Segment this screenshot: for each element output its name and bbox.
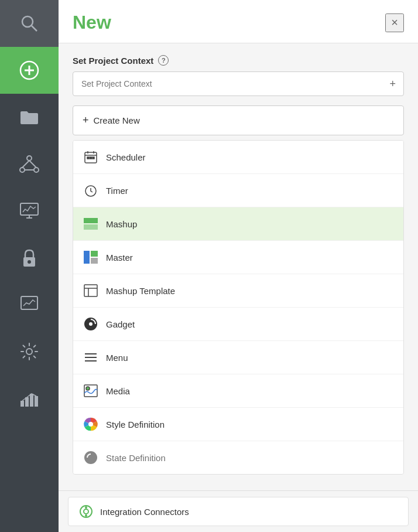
svg-point-6 xyxy=(20,168,25,172)
svg-rect-31 xyxy=(84,224,98,230)
svg-rect-18 xyxy=(20,401,24,407)
svg-point-0 xyxy=(22,16,33,27)
integration-icon xyxy=(78,503,94,520)
create-new-plus-icon: + xyxy=(83,114,89,127)
panel-header: New × xyxy=(59,0,418,43)
timer-icon xyxy=(83,182,99,199)
create-new-label: Create New xyxy=(94,115,140,125)
svg-rect-27 xyxy=(90,157,92,159)
menu-item-menu[interactable]: Menu xyxy=(73,341,403,374)
gadget-label: Gadget xyxy=(106,319,135,329)
scheduler-label: Scheduler xyxy=(106,152,146,162)
svg-rect-11 xyxy=(20,203,38,215)
svg-point-51 xyxy=(85,514,87,517)
svg-rect-28 xyxy=(92,157,94,159)
create-new-button[interactable]: + Create New xyxy=(73,105,404,135)
context-input-wrapper: + xyxy=(73,71,404,96)
svg-point-7 xyxy=(34,168,39,172)
svg-rect-20 xyxy=(30,394,33,407)
svg-line-1 xyxy=(32,26,37,31)
svg-rect-35 xyxy=(84,285,97,296)
panel-body: Set Project Context ? + + Create New xyxy=(59,43,418,528)
menu-item-mashup[interactable]: Mashup xyxy=(73,207,403,241)
menu-item-state-definition[interactable]: State Definition xyxy=(73,441,403,474)
context-input-plus-icon: + xyxy=(389,78,396,90)
mashup-icon xyxy=(83,216,99,232)
mashup-template-icon xyxy=(83,282,99,299)
sidebar xyxy=(0,0,59,532)
sidebar-item-chart[interactable] xyxy=(0,281,59,328)
svg-point-5 xyxy=(27,156,32,161)
gadget-icon xyxy=(83,316,99,332)
menu-label: Menu xyxy=(106,353,128,363)
mashup-template-label: Mashup Template xyxy=(106,286,175,296)
main-panel: New × Set Project Context ? + + Create N… xyxy=(59,0,418,532)
svg-rect-34 xyxy=(91,258,98,264)
sidebar-item-add[interactable] xyxy=(0,47,59,94)
menu-item-style-definition[interactable]: Style Definition xyxy=(73,408,403,441)
style-definition-label: Style Definition xyxy=(106,420,165,429)
svg-rect-32 xyxy=(84,251,90,264)
timer-label: Timer xyxy=(106,186,128,196)
master-label: Master xyxy=(106,253,133,262)
svg-rect-16 xyxy=(21,296,37,309)
integration-connectors-label: Integration Connectors xyxy=(100,507,189,517)
sidebar-item-analytics[interactable] xyxy=(0,375,59,422)
help-icon[interactable]: ? xyxy=(158,55,169,66)
svg-point-50 xyxy=(85,506,87,509)
svg-rect-43 xyxy=(84,385,97,397)
sidebar-item-settings[interactable] xyxy=(0,328,59,375)
svg-point-49 xyxy=(84,509,88,514)
media-label: Media xyxy=(106,386,130,396)
scheduler-icon xyxy=(83,149,99,165)
svg-point-46 xyxy=(88,422,93,427)
svg-line-8 xyxy=(22,161,29,168)
svg-rect-30 xyxy=(84,218,98,223)
sidebar-item-folder[interactable] xyxy=(0,94,59,141)
integration-connectors-item[interactable]: Integration Connectors xyxy=(68,497,409,526)
state-definition-label: State Definition xyxy=(106,453,166,463)
menu-item-scheduler[interactable]: Scheduler xyxy=(73,141,403,174)
media-icon xyxy=(83,383,99,399)
mashup-label: Mashup xyxy=(106,219,137,229)
master-icon xyxy=(83,249,99,265)
section-label-text: Set Project Context xyxy=(73,56,153,66)
menu-list: Scheduler Timer xyxy=(73,140,404,475)
menu-item-mashup-template[interactable]: Mashup Template xyxy=(73,274,403,308)
menu-icon xyxy=(83,349,99,366)
menu-item-timer[interactable]: Timer xyxy=(73,174,403,207)
svg-point-17 xyxy=(26,349,32,354)
menu-item-gadget[interactable]: Gadget xyxy=(73,308,403,341)
svg-line-9 xyxy=(29,161,36,168)
svg-point-15 xyxy=(28,260,31,264)
svg-rect-26 xyxy=(87,157,89,159)
bottom-bar: Integration Connectors xyxy=(59,490,418,532)
svg-point-44 xyxy=(86,387,90,390)
svg-rect-21 xyxy=(35,396,38,407)
panel-title: New xyxy=(73,12,111,33)
style-definition-icon xyxy=(83,416,99,432)
menu-item-media[interactable]: Media xyxy=(73,374,403,408)
sidebar-item-lock[interactable] xyxy=(0,234,59,281)
state-definition-icon xyxy=(83,449,99,466)
sidebar-item-monitor[interactable] xyxy=(0,187,59,234)
svg-point-39 xyxy=(89,322,92,326)
context-input[interactable] xyxy=(73,71,404,96)
sidebar-item-search[interactable] xyxy=(0,0,59,47)
close-button[interactable]: × xyxy=(385,13,404,32)
section-label: Set Project Context ? xyxy=(73,55,404,66)
menu-item-master[interactable]: Master xyxy=(73,241,403,274)
svg-point-47 xyxy=(84,451,97,464)
sidebar-item-network[interactable] xyxy=(0,141,59,187)
svg-rect-33 xyxy=(91,251,98,257)
